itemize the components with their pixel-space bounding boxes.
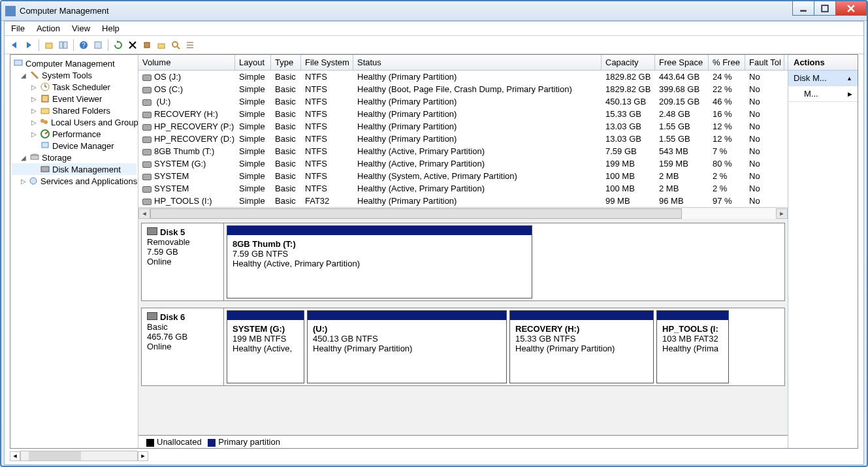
bottom-hscroll-thumb[interactable] bbox=[29, 451, 81, 460]
actions-disk-management[interactable]: Disk M... ▲ bbox=[788, 71, 858, 86]
disk-header[interactable]: Disk 6Basic465.76 GBOnline bbox=[142, 308, 224, 385]
tree-local-users[interactable]: ▷Local Users and Groups bbox=[12, 116, 137, 128]
tree-shared-folders[interactable]: ▷Shared Folders bbox=[12, 105, 137, 116]
refresh-icon[interactable] bbox=[112, 39, 124, 51]
maximize-button[interactable] bbox=[814, 1, 836, 16]
col-volume[interactable]: Volume bbox=[138, 55, 235, 70]
table-row[interactable]: SYSTEMSimpleBasicNTFSHealthy (Active, Pr… bbox=[138, 182, 788, 195]
tree-services[interactable]: ▷Services and Applications bbox=[12, 175, 137, 187]
menu-file[interactable]: File bbox=[11, 24, 25, 33]
col-filesystem[interactable]: File System bbox=[301, 55, 353, 70]
volume-icon bbox=[142, 186, 152, 193]
table-row[interactable]: HP_RECOVERY (P:)SimpleBasicNTFSHealthy (… bbox=[138, 120, 788, 133]
hscroll-thumb[interactable] bbox=[150, 208, 682, 219]
volume-table[interactable]: Volume Layout Type File System Status Ca… bbox=[138, 55, 788, 207]
forward-button[interactable] bbox=[23, 39, 35, 51]
collapse-icon[interactable]: ◢ bbox=[21, 72, 27, 79]
partition-cap bbox=[227, 226, 532, 235]
tree-task-scheduler[interactable]: ▷Task Scheduler bbox=[12, 81, 137, 93]
delete-icon[interactable] bbox=[127, 39, 138, 51]
volume-icon bbox=[142, 174, 152, 180]
expand-icon[interactable]: ▷ bbox=[31, 95, 38, 103]
disk-row[interactable]: Disk 6Basic465.76 GBOnlineSYSTEM (G:)199… bbox=[141, 308, 785, 386]
tree-storage[interactable]: ◢Storage bbox=[12, 152, 137, 163]
svg-rect-8 bbox=[63, 42, 67, 48]
collapse-icon[interactable]: ◢ bbox=[21, 154, 27, 161]
col-status[interactable]: Status bbox=[353, 55, 602, 70]
table-row[interactable]: OS (J:)SimpleBasicNTFSHealthy (Primary P… bbox=[138, 71, 788, 83]
back-button[interactable] bbox=[8, 39, 20, 51]
expand-icon[interactable]: ▷ bbox=[31, 119, 37, 126]
scroll-right-icon[interactable]: ► bbox=[776, 208, 788, 219]
table-row[interactable]: OS (C:)SimpleBasicNTFSHealthy (Boot, Pag… bbox=[138, 83, 788, 95]
menu-help[interactable]: Help bbox=[102, 24, 120, 33]
table-header[interactable]: Volume Layout Type File System Status Ca… bbox=[138, 55, 788, 71]
disk-graphical-view[interactable]: Disk 5Removable7.59 GBOnline8GB Thumb (T… bbox=[138, 219, 788, 435]
volume-icon bbox=[142, 199, 152, 205]
disk-header[interactable]: Disk 5Removable7.59 GBOnline bbox=[142, 223, 224, 300]
scroll-left-icon[interactable]: ◄ bbox=[138, 208, 150, 219]
disk-row[interactable]: Disk 5Removable7.59 GBOnline8GB Thumb (T… bbox=[141, 223, 785, 301]
disk-icon bbox=[40, 164, 50, 174]
menu-view[interactable]: View bbox=[72, 24, 90, 33]
properties-icon[interactable] bbox=[92, 39, 104, 51]
services-icon bbox=[28, 176, 39, 186]
partition[interactable]: 8GB Thumb (T:)7.59 GB NTFSHealthy (Activ… bbox=[227, 225, 532, 298]
table-row[interactable]: HP_TOOLS (I:)SimpleBasicFAT32Healthy (Pr… bbox=[138, 195, 788, 207]
expand-icon[interactable]: ▷ bbox=[31, 84, 38, 91]
folder-share-icon bbox=[40, 105, 50, 116]
tree-device-manager[interactable]: Device Manager bbox=[12, 140, 137, 152]
table-row[interactable]: HP_RECOVERY (D:)SimpleBasicNTFSHealthy (… bbox=[138, 133, 788, 145]
event-icon bbox=[40, 93, 50, 104]
table-row[interactable]: (U:)SimpleBasicNTFSHealthy (Primary Part… bbox=[138, 95, 788, 108]
up-folder-icon[interactable] bbox=[43, 39, 55, 51]
table-row[interactable]: SYSTEM (G:)SimpleBasicNTFSHealthy (Activ… bbox=[138, 157, 788, 170]
scroll-right-icon[interactable]: ► bbox=[138, 451, 148, 461]
action-icon[interactable] bbox=[155, 39, 167, 51]
expand-icon[interactable]: ▷ bbox=[21, 178, 26, 185]
navigation-tree[interactable]: Computer Management ◢System Tools ▷Task … bbox=[10, 55, 138, 448]
col-freespace[interactable]: Free Space bbox=[655, 55, 709, 70]
table-row[interactable]: 8GB Thumb (T:)SimpleBasicNTFSHealthy (Ac… bbox=[138, 145, 788, 157]
svg-line-31 bbox=[45, 132, 48, 134]
partition[interactable]: SYSTEM (G:)199 MB NTFSHealthy (Active, bbox=[227, 310, 304, 383]
menu-action[interactable]: Action bbox=[37, 24, 60, 33]
legend: Unallocated Primary partition bbox=[138, 435, 788, 448]
table-row[interactable]: SYSTEMSimpleBasicNTFSHealthy (System, Ac… bbox=[138, 170, 788, 182]
partition[interactable]: HP_TOOLS (I:103 MB FAT32Healthy (Prima bbox=[656, 310, 729, 383]
col-layout[interactable]: Layout bbox=[235, 55, 271, 70]
table-row[interactable]: RECOVERY (H:)SimpleBasicNTFSHealthy (Pri… bbox=[138, 108, 788, 120]
show-hide-tree-icon[interactable] bbox=[57, 39, 69, 51]
actions-more[interactable]: M... ▶ bbox=[788, 86, 858, 102]
svg-rect-16 bbox=[158, 44, 165, 48]
tree-system-tools[interactable]: ◢System Tools bbox=[12, 69, 137, 81]
more-arrow-icon[interactable]: ▶ bbox=[848, 91, 852, 97]
table-hscroll[interactable]: ◄ ► bbox=[138, 207, 788, 219]
collapse-arrow-icon[interactable]: ▲ bbox=[846, 75, 852, 82]
partition[interactable]: (U:)450.13 GB NTFSHealthy (Primary Parti… bbox=[307, 310, 507, 383]
partition-cap bbox=[227, 311, 304, 320]
col-faulttol[interactable]: Fault Tol bbox=[745, 55, 784, 70]
settings-icon[interactable] bbox=[141, 39, 153, 51]
title-bar[interactable]: Computer Management bbox=[1, 1, 867, 21]
svg-rect-34 bbox=[31, 155, 39, 159]
tree-performance[interactable]: ▷Performance bbox=[12, 128, 137, 140]
partition[interactable]: RECOVERY (H:)15.33 GB NTFSHealthy (Prima… bbox=[509, 310, 654, 383]
tree-event-viewer[interactable]: ▷Event Viewer bbox=[12, 93, 137, 105]
tree-root[interactable]: Computer Management bbox=[12, 57, 137, 69]
tree-hscroll[interactable]: ◄ ► bbox=[5, 450, 863, 462]
tree-disk-management[interactable]: Disk Management bbox=[12, 163, 137, 175]
col-pctfree[interactable]: % Free bbox=[709, 55, 745, 70]
close-button[interactable] bbox=[835, 1, 867, 16]
expand-icon[interactable]: ▷ bbox=[31, 131, 38, 138]
help-icon[interactable]: ? bbox=[78, 39, 89, 51]
minimize-button[interactable] bbox=[792, 1, 814, 16]
col-type[interactable]: Type bbox=[271, 55, 301, 70]
list-icon[interactable] bbox=[184, 39, 196, 51]
partition-cap bbox=[657, 311, 728, 320]
col-capacity[interactable]: Capacity bbox=[602, 55, 655, 70]
scroll-left-icon[interactable]: ◄ bbox=[10, 451, 20, 461]
expand-icon[interactable]: ▷ bbox=[31, 107, 38, 114]
search-icon[interactable] bbox=[170, 39, 182, 51]
svg-rect-1 bbox=[822, 5, 828, 12]
